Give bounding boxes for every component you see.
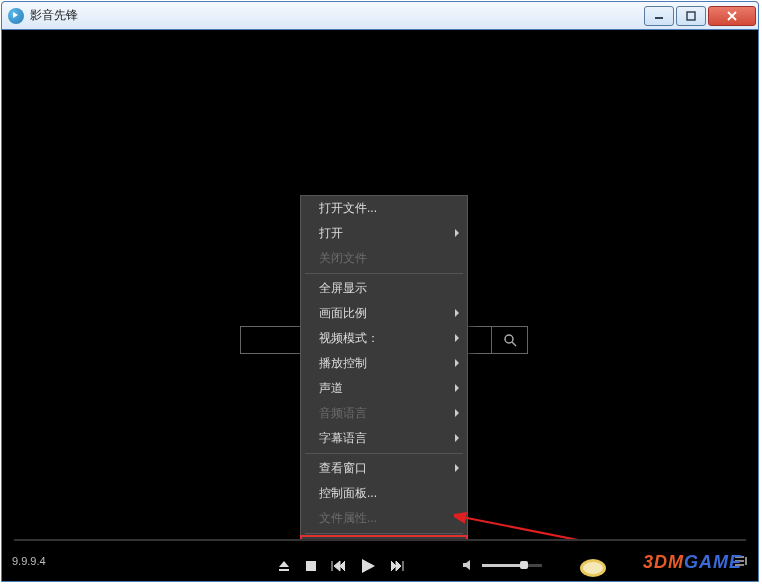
volume-control (462, 559, 542, 571)
content-area: 打开文件... 打开 关闭文件 全屏显示 画面比例 视频模式： 播放控制 声道 … (2, 30, 758, 581)
close-button[interactable] (708, 6, 756, 26)
window-title: 影音先锋 (30, 7, 642, 24)
search-icon (503, 333, 517, 347)
submenu-arrow-icon (455, 409, 459, 417)
next-icon (391, 560, 405, 572)
svg-rect-0 (655, 17, 663, 19)
search-button[interactable] (491, 327, 527, 353)
submenu-arrow-icon (455, 384, 459, 392)
eject-button[interactable] (277, 559, 291, 573)
stop-button[interactable] (305, 560, 317, 572)
maximize-button[interactable] (676, 6, 706, 26)
mute-button[interactable] (462, 559, 476, 571)
play-icon (359, 557, 377, 575)
context-menu: 打开文件... 打开 关闭文件 全屏显示 画面比例 视频模式： 播放控制 声道 … (300, 195, 468, 562)
svg-rect-4 (306, 561, 316, 571)
menu-label: 视频模式： (319, 330, 379, 347)
menu-label: 控制面板... (319, 485, 377, 502)
speaker-icon (462, 559, 476, 571)
playback-buttons (277, 557, 405, 575)
menu-open[interactable]: 打开 (301, 221, 467, 246)
menu-label: 播放控制 (319, 355, 367, 372)
menu-label: 打开 (319, 225, 343, 242)
volume-fill (482, 564, 522, 567)
menu-label: 声道 (319, 380, 343, 397)
menu-audio-channel[interactable]: 声道 (301, 376, 467, 401)
menu-playback-control[interactable]: 播放控制 (301, 351, 467, 376)
menu-subtitle-language[interactable]: 字幕语言 (301, 426, 467, 451)
menu-label: 全屏显示 (319, 280, 367, 297)
menu-separator (305, 273, 463, 274)
next-button[interactable] (391, 560, 405, 572)
submenu-arrow-icon (455, 359, 459, 367)
prev-icon (331, 560, 345, 572)
volume-slider[interactable] (482, 564, 542, 567)
menu-separator (305, 533, 463, 534)
prev-button[interactable] (331, 560, 345, 572)
menu-open-file[interactable]: 打开文件... (301, 196, 467, 221)
menu-aspect-ratio[interactable]: 画面比例 (301, 301, 467, 326)
eject-icon (277, 559, 291, 573)
submenu-arrow-icon (455, 434, 459, 442)
menu-video-mode[interactable]: 视频模式： (301, 326, 467, 351)
menu-label: 字幕语言 (319, 430, 367, 447)
menu-control-panel[interactable]: 控制面板... (301, 481, 467, 506)
version-label: 9.9.9.4 (12, 555, 72, 567)
window-buttons (642, 6, 756, 26)
stop-icon (305, 560, 317, 572)
minimize-button[interactable] (644, 6, 674, 26)
submenu-arrow-icon (455, 229, 459, 237)
menu-audio-language: 音频语言 (301, 401, 467, 426)
svg-point-2 (505, 335, 513, 343)
titlebar[interactable]: 影音先锋 (2, 2, 758, 30)
mini-mascot-icon[interactable] (578, 553, 608, 577)
menu-fullscreen[interactable]: 全屏显示 (301, 276, 467, 301)
volume-thumb[interactable] (520, 561, 528, 569)
menu-view-window[interactable]: 查看窗口 (301, 456, 467, 481)
menu-label: 画面比例 (319, 305, 367, 322)
menu-label: 音频语言 (319, 405, 367, 422)
watermark-prefix: 3DM (643, 552, 684, 572)
app-icon (8, 8, 24, 24)
menu-label: 打开文件... (319, 200, 377, 217)
play-button[interactable] (359, 557, 377, 575)
submenu-arrow-icon (455, 309, 459, 317)
maximize-icon (686, 11, 696, 21)
submenu-arrow-icon (455, 334, 459, 342)
svg-rect-1 (687, 12, 695, 20)
menu-separator (305, 453, 463, 454)
menu-label: 关闭文件 (319, 250, 367, 267)
watermark: 3DMGAME (643, 552, 742, 573)
menu-label: 文件属性... (319, 510, 377, 527)
watermark-suffix: GAME (684, 552, 742, 572)
menu-close-file: 关闭文件 (301, 246, 467, 271)
minimize-icon (654, 11, 664, 21)
menu-label: 查看窗口 (319, 460, 367, 477)
submenu-arrow-icon (455, 464, 459, 472)
close-icon (726, 11, 738, 21)
app-window: 影音先锋 打开文件... (1, 1, 759, 582)
menu-file-properties: 文件属性... (301, 506, 467, 531)
